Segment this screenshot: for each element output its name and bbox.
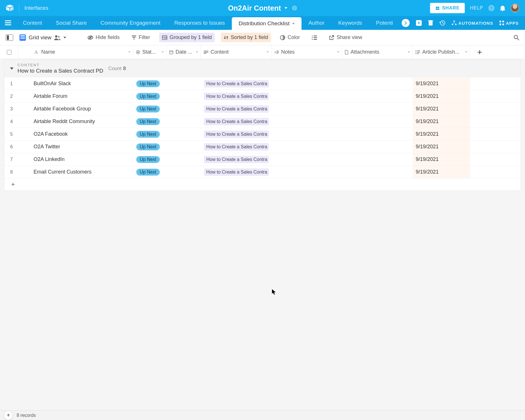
sort-button[interactable]: Sorted by 1 field [221,33,271,42]
apps-button[interactable]: APPS [499,21,519,26]
cell-content[interactable]: How to Create a Sales Contra [201,115,272,128]
cell-date[interactable] [167,115,201,128]
cell-article-publish[interactable]: 9/19/2021 [413,115,470,128]
cell-article-publish[interactable]: 9/19/2021 [413,103,470,115]
cell-attachments[interactable] [342,166,413,178]
trash-icon[interactable] [428,20,433,26]
linked-record-chip[interactable]: How to Create a Sales Contra [204,131,269,138]
linked-record-chip[interactable]: How to Create a Sales Contra [204,156,269,163]
base-title-group[interactable]: On2Air Content i [228,4,297,12]
cell-content[interactable]: How to Create a Sales Contra [201,141,272,153]
cell-content[interactable]: How to Create a Sales Contra [201,166,272,178]
cell-status[interactable]: Up Next [133,90,167,102]
tabs-scroll-right-button[interactable] [402,19,410,27]
collapse-group-icon[interactable] [10,67,13,70]
cell-attachments[interactable] [342,141,413,153]
quick-add-record-button[interactable]: + [4,411,13,420]
cell-attachments[interactable] [342,115,413,128]
cell-attachments[interactable] [342,153,413,166]
linked-record-chip[interactable]: How to Create a Sales Contra [204,105,269,113]
cell-notes[interactable] [272,153,342,166]
cell-status[interactable]: Up Next [133,153,167,166]
table-row[interactable]: 4 Airtable Reddit Community Up Next How … [4,115,521,128]
hide-fields-button[interactable]: Hide fields [85,33,122,42]
cell-attachments[interactable] [342,77,413,90]
chevron-down-icon[interactable] [63,37,66,38]
cell-content[interactable]: How to Create a Sales Contra [201,103,272,115]
table-row[interactable]: 7 O2A LinkedIn Up Next How to Create a S… [4,153,521,166]
row-height-button[interactable] [309,33,320,42]
automations-button[interactable]: AUTOMATIONS [452,20,493,26]
cell-name[interactable]: Airtable Facebook Group [19,103,133,115]
cell-notes[interactable] [272,103,342,115]
column-date[interactable]: Date ... [166,45,201,59]
cell-notes[interactable] [272,90,342,102]
help-label[interactable]: HELP [470,5,483,11]
toggle-view-sidebar-button[interactable] [6,34,13,41]
cell-date[interactable] [167,141,201,153]
cell-article-publish[interactable]: 9/19/2021 [413,141,470,153]
column-attachments[interactable]: Attachments [342,45,413,59]
cell-notes[interactable] [272,141,342,153]
cell-attachments[interactable] [342,128,413,140]
cell-date[interactable] [167,166,201,178]
history-icon[interactable] [440,20,445,26]
cell-date[interactable] [167,90,201,102]
cell-status[interactable]: Up Next [133,141,167,153]
tab-community-engagement[interactable]: Community Engagement [94,16,167,30]
cell-date[interactable] [167,77,201,90]
select-all-checkbox[interactable] [0,45,18,59]
column-content[interactable]: Content [201,45,271,59]
group-header[interactable]: CONTENT How to Create a Sales Contract P… [4,59,521,77]
linked-record-chip[interactable]: How to Create a Sales Contra [204,80,269,88]
cell-name[interactable]: O2A Facebook [19,128,133,140]
cell-notes[interactable] [272,115,342,128]
share-button[interactable]: SHARE [430,3,465,13]
tab-author[interactable]: Author [302,16,331,30]
cell-name[interactable]: Airtable Forum [19,90,133,102]
info-icon[interactable]: i [292,5,297,11]
cell-notes[interactable] [272,77,342,90]
tab-keywords[interactable]: Keywords [331,16,369,30]
cell-date[interactable] [167,103,201,115]
cell-article-publish[interactable]: 9/19/2021 [413,90,470,102]
add-table-button[interactable]: + [416,20,422,26]
view-switcher[interactable]: Grid view [20,34,66,41]
table-row[interactable]: 6 O2A Twitter Up Next How to Create a Sa… [4,141,521,153]
cell-status[interactable]: Up Next [133,115,167,128]
share-view-button[interactable]: Share view [326,33,365,42]
airtable-logo-icon[interactable] [6,4,14,12]
cell-date[interactable] [167,153,201,166]
cell-article-publish[interactable]: 9/19/2021 [413,153,470,166]
cell-status[interactable]: Up Next [133,128,167,140]
cell-content[interactable]: How to Create a Sales Contra [201,77,272,90]
tab-content[interactable]: Content [16,16,49,30]
cell-notes[interactable] [272,128,342,140]
cell-article-publish[interactable]: 9/19/2021 [413,166,470,178]
cell-content[interactable]: How to Create a Sales Contra [201,90,272,102]
cell-content[interactable]: How to Create a Sales Contra [201,128,272,140]
linked-record-chip[interactable]: How to Create a Sales Contra [204,168,269,176]
tab-responses-to-issues[interactable]: Responses to Issues [167,16,232,30]
cell-status[interactable]: Up Next [133,103,167,115]
table-row[interactable]: 3 Airtable Facebook Group Up Next How to… [4,103,521,115]
table-row[interactable]: 5 O2A Facebook Up Next How to Create a S… [4,128,521,141]
column-article-publish[interactable]: Article Publish... [413,45,470,59]
search-button[interactable] [514,35,519,40]
linked-record-chip[interactable]: How to Create a Sales Contra [204,143,269,151]
group-button[interactable]: Grouped by 1 field [159,33,215,42]
cell-article-publish[interactable]: 9/19/2021 [413,128,470,140]
cell-name[interactable]: Email Current Customers [19,166,133,178]
cell-name[interactable]: O2A Twitter [19,141,133,153]
interfaces-link[interactable]: Interfaces [24,5,48,11]
column-notes[interactable]: A Notes [271,45,342,59]
cell-attachments[interactable] [342,90,413,102]
filter-button[interactable]: Filter [129,33,153,42]
cell-name[interactable]: Airtable Reddit Community [19,115,133,128]
help-icon[interactable]: ? [488,5,495,11]
user-avatar[interactable] [511,4,519,12]
tables-menu-button[interactable] [0,16,16,30]
cell-date[interactable] [167,128,201,140]
table-row[interactable]: 2 Airtable Forum Up Next How to Create a… [4,90,521,103]
cell-article-publish[interactable]: 9/19/2021 [413,77,470,90]
